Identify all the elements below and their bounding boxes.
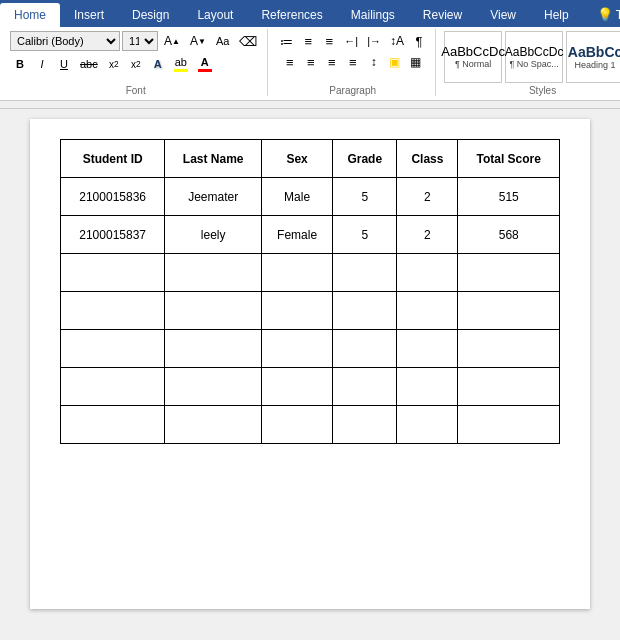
table-cell[interactable]: 5 bbox=[333, 178, 397, 216]
table-cell[interactable] bbox=[262, 330, 333, 368]
tab-tell[interactable]: 💡 Tell bbox=[583, 2, 620, 27]
table-cell[interactable]: 5 bbox=[333, 216, 397, 254]
table-cell[interactable]: 2 bbox=[397, 178, 458, 216]
font-name-select[interactable]: Calibri (Body) bbox=[10, 31, 120, 51]
table-row[interactable] bbox=[61, 330, 560, 368]
table-cell[interactable] bbox=[458, 254, 560, 292]
sort-button[interactable]: ↕A bbox=[386, 31, 408, 51]
italic-button[interactable]: I bbox=[32, 54, 52, 74]
font-size-inc-button[interactable]: A▲ bbox=[160, 31, 184, 51]
underline-button[interactable]: U bbox=[54, 54, 74, 74]
strikethrough-button[interactable]: abc bbox=[76, 54, 102, 74]
font-size-dec-button[interactable]: A▼ bbox=[186, 31, 210, 51]
multilevel-button[interactable]: ≡ bbox=[319, 31, 339, 51]
table-cell[interactable]: 2100015837 bbox=[61, 216, 165, 254]
lightbulb-icon: 💡 bbox=[597, 7, 613, 22]
bold-button[interactable]: B bbox=[10, 54, 30, 74]
table-row[interactable] bbox=[61, 368, 560, 406]
align-left-button[interactable]: ≡ bbox=[280, 52, 300, 72]
table-cell[interactable] bbox=[61, 330, 165, 368]
table-cell[interactable] bbox=[61, 406, 165, 444]
bullets-button[interactable]: ≔ bbox=[276, 31, 297, 51]
tab-design[interactable]: Design bbox=[118, 3, 183, 27]
table-cell[interactable] bbox=[165, 292, 262, 330]
table-cell[interactable] bbox=[262, 406, 333, 444]
table-row[interactable]: 2100015837leelyFemale52568 bbox=[61, 216, 560, 254]
table-cell[interactable] bbox=[458, 406, 560, 444]
tab-layout[interactable]: Layout bbox=[183, 3, 247, 27]
table-row[interactable] bbox=[61, 406, 560, 444]
tab-review[interactable]: Review bbox=[409, 3, 476, 27]
table-cell[interactable] bbox=[397, 368, 458, 406]
shading-button[interactable]: ▣ bbox=[385, 52, 405, 72]
line-spacing-button[interactable]: ↕ bbox=[364, 52, 384, 72]
borders-button[interactable]: ▦ bbox=[406, 52, 426, 72]
style-normal[interactable]: AaBbCcDc ¶ Normal bbox=[444, 31, 502, 83]
tab-insert[interactable]: Insert bbox=[60, 3, 118, 27]
style-heading1[interactable]: AaBbCc Heading 1 bbox=[566, 31, 620, 83]
table-cell[interactable] bbox=[165, 406, 262, 444]
font-row2: B I U abc x2 x2 A ab A bbox=[10, 54, 216, 74]
table-cell[interactable] bbox=[61, 368, 165, 406]
text-effects-button[interactable]: A bbox=[148, 54, 168, 74]
tab-mailings[interactable]: Mailings bbox=[337, 3, 409, 27]
style-normal-label: ¶ Normal bbox=[455, 59, 491, 70]
highlight-button[interactable]: ab bbox=[170, 54, 192, 74]
center-button[interactable]: ≡ bbox=[301, 52, 321, 72]
table-row[interactable] bbox=[61, 292, 560, 330]
show-marks-button[interactable]: ¶ bbox=[409, 31, 429, 51]
table-cell[interactable]: 568 bbox=[458, 216, 560, 254]
tab-references[interactable]: References bbox=[247, 3, 336, 27]
paragraph-group: ≔ ≡ ≡ ←| |→ ↕A ¶ ≡ ≡ ≡ ≡ ↕ ▣ ▦ bbox=[270, 29, 436, 96]
table-row[interactable] bbox=[61, 254, 560, 292]
table-cell[interactable] bbox=[262, 368, 333, 406]
table-cell[interactable] bbox=[333, 292, 397, 330]
change-case-button[interactable]: Aa bbox=[212, 31, 233, 51]
font-group: Calibri (Body) 11 A▲ A▼ Aa ⌫ B I U abc x… bbox=[4, 29, 268, 96]
superscript-button[interactable]: x2 bbox=[126, 54, 146, 74]
data-table: Student ID Last Name Sex Grade Class Tot… bbox=[60, 139, 560, 444]
table-cell[interactable] bbox=[61, 292, 165, 330]
numbering-button[interactable]: ≡ bbox=[298, 31, 318, 51]
table-cell[interactable] bbox=[165, 368, 262, 406]
table-cell[interactable] bbox=[165, 330, 262, 368]
table-cell[interactable]: Female bbox=[262, 216, 333, 254]
table-cell[interactable] bbox=[333, 254, 397, 292]
para-row1: ≔ ≡ ≡ ←| |→ ↕A ¶ bbox=[276, 31, 429, 51]
table-row[interactable]: 2100015836JeematerMale52515 bbox=[61, 178, 560, 216]
table-cell[interactable] bbox=[333, 368, 397, 406]
table-cell[interactable] bbox=[397, 330, 458, 368]
table-cell[interactable] bbox=[397, 406, 458, 444]
table-cell[interactable] bbox=[333, 330, 397, 368]
table-cell[interactable]: leely bbox=[165, 216, 262, 254]
table-cell[interactable] bbox=[397, 292, 458, 330]
justify-button[interactable]: ≡ bbox=[343, 52, 363, 72]
table-cell[interactable] bbox=[458, 292, 560, 330]
table-cell[interactable] bbox=[397, 254, 458, 292]
table-cell[interactable]: Jeemater bbox=[165, 178, 262, 216]
font-color-button[interactable]: A bbox=[194, 54, 216, 74]
subscript-button[interactable]: x2 bbox=[104, 54, 124, 74]
style-nospace-preview: AaBbCcDc bbox=[505, 45, 564, 59]
table-cell[interactable] bbox=[458, 368, 560, 406]
table-cell[interactable] bbox=[333, 406, 397, 444]
tab-home[interactable]: Home bbox=[0, 3, 60, 27]
decrease-indent-button[interactable]: ←| bbox=[340, 31, 362, 51]
table-cell[interactable] bbox=[262, 254, 333, 292]
table-cell[interactable]: 2 bbox=[397, 216, 458, 254]
tab-view[interactable]: View bbox=[476, 3, 530, 27]
table-cell[interactable] bbox=[458, 330, 560, 368]
table-cell[interactable] bbox=[61, 254, 165, 292]
table-cell[interactable] bbox=[165, 254, 262, 292]
table-cell[interactable]: 515 bbox=[458, 178, 560, 216]
table-cell[interactable] bbox=[262, 292, 333, 330]
font-group-content: Calibri (Body) 11 A▲ A▼ Aa ⌫ B I U abc x… bbox=[10, 31, 261, 83]
table-cell[interactable]: 2100015836 bbox=[61, 178, 165, 216]
align-right-button[interactable]: ≡ bbox=[322, 52, 342, 72]
font-size-select[interactable]: 11 bbox=[122, 31, 158, 51]
tab-help[interactable]: Help bbox=[530, 3, 583, 27]
increase-indent-button[interactable]: |→ bbox=[363, 31, 385, 51]
style-nospace[interactable]: AaBbCcDc ¶ No Spac... bbox=[505, 31, 563, 83]
clear-format-button[interactable]: ⌫ bbox=[235, 31, 261, 51]
table-cell[interactable]: Male bbox=[262, 178, 333, 216]
